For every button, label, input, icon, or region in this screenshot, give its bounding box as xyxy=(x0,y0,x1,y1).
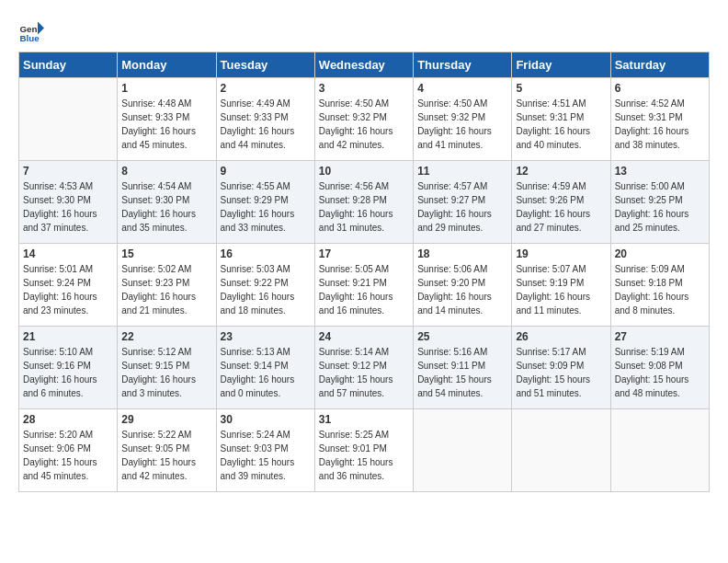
calendar-cell: 19Sunrise: 5:07 AMSunset: 9:19 PMDayligh… xyxy=(512,244,610,327)
week-row-3: 14Sunrise: 5:01 AMSunset: 9:24 PMDayligh… xyxy=(19,244,710,327)
day-info: Sunrise: 5:02 AMSunset: 9:23 PMDaylight:… xyxy=(121,262,211,317)
day-number: 3 xyxy=(319,82,409,95)
day-info: Sunrise: 5:12 AMSunset: 9:15 PMDaylight:… xyxy=(121,345,211,400)
calendar-cell: 29Sunrise: 5:22 AMSunset: 9:05 PMDayligh… xyxy=(118,409,216,492)
svg-marker-2 xyxy=(38,22,44,35)
day-info: Sunrise: 4:55 AMSunset: 9:29 PMDaylight:… xyxy=(221,179,311,235)
calendar-cell: 2Sunrise: 4:49 AMSunset: 9:33 PMDaylight… xyxy=(216,78,314,161)
day-header-wednesday: Wednesday xyxy=(314,52,413,78)
calendar-cell: 26Sunrise: 5:17 AMSunset: 9:09 PMDayligh… xyxy=(512,327,610,409)
calendar-cell: 21Sunrise: 5:10 AMSunset: 9:16 PMDayligh… xyxy=(19,327,118,409)
calendar-table: SundayMondayTuesdayWednesdayThursdayFrid… xyxy=(18,52,710,492)
week-row-2: 7Sunrise: 4:53 AMSunset: 9:30 PMDaylight… xyxy=(19,161,710,244)
calendar-cell: 1Sunrise: 4:48 AMSunset: 9:33 PMDaylight… xyxy=(118,78,216,161)
day-number: 8 xyxy=(121,165,211,178)
day-header-sunday: Sunday xyxy=(19,52,118,78)
calendar-cell: 24Sunrise: 5:14 AMSunset: 9:12 PMDayligh… xyxy=(314,327,413,409)
day-header-tuesday: Tuesday xyxy=(216,52,314,78)
day-info: Sunrise: 5:03 AMSunset: 9:22 PMDaylight:… xyxy=(221,262,311,317)
day-number: 28 xyxy=(23,413,113,426)
day-number: 22 xyxy=(121,330,211,343)
logo-icon: Gen Blue xyxy=(18,18,44,44)
day-number: 10 xyxy=(319,165,409,178)
day-number: 24 xyxy=(319,330,409,343)
calendar-cell: 17Sunrise: 5:05 AMSunset: 9:21 PMDayligh… xyxy=(314,244,413,327)
day-number: 6 xyxy=(615,82,705,95)
calendar-cell: 12Sunrise: 4:59 AMSunset: 9:26 PMDayligh… xyxy=(512,161,610,244)
day-info: Sunrise: 5:00 AMSunset: 9:25 PMDaylight:… xyxy=(615,179,705,235)
day-number: 23 xyxy=(221,330,311,343)
calendar-cell xyxy=(414,409,512,492)
day-info: Sunrise: 5:05 AMSunset: 9:21 PMDaylight:… xyxy=(319,262,409,317)
day-info: Sunrise: 4:51 AMSunset: 9:31 PMDaylight:… xyxy=(516,97,606,152)
calendar-cell xyxy=(512,409,610,492)
week-row-4: 21Sunrise: 5:10 AMSunset: 9:16 PMDayligh… xyxy=(19,327,710,409)
day-info: Sunrise: 4:48 AMSunset: 9:33 PMDaylight:… xyxy=(121,97,211,152)
day-info: Sunrise: 5:06 AMSunset: 9:20 PMDaylight:… xyxy=(417,262,507,317)
calendar-cell: 16Sunrise: 5:03 AMSunset: 9:22 PMDayligh… xyxy=(216,244,314,327)
calendar-cell: 10Sunrise: 4:56 AMSunset: 9:28 PMDayligh… xyxy=(314,161,413,244)
day-info: Sunrise: 4:54 AMSunset: 9:30 PMDaylight:… xyxy=(121,179,211,235)
calendar-cell xyxy=(610,409,709,492)
day-info: Sunrise: 5:24 AMSunset: 9:03 PMDaylight:… xyxy=(221,428,311,483)
day-header-monday: Monday xyxy=(118,52,216,78)
svg-text:Blue: Blue xyxy=(19,33,40,43)
day-number: 18 xyxy=(417,247,507,260)
day-number: 15 xyxy=(121,247,211,260)
calendar-cell: 15Sunrise: 5:02 AMSunset: 9:23 PMDayligh… xyxy=(118,244,216,327)
calendar-cell: 22Sunrise: 5:12 AMSunset: 9:15 PMDayligh… xyxy=(118,327,216,409)
calendar-cell: 5Sunrise: 4:51 AMSunset: 9:31 PMDaylight… xyxy=(512,78,610,161)
header-row: SundayMondayTuesdayWednesdayThursdayFrid… xyxy=(19,52,710,78)
day-info: Sunrise: 5:09 AMSunset: 9:18 PMDaylight:… xyxy=(615,262,705,317)
day-number: 2 xyxy=(221,82,311,95)
day-number: 7 xyxy=(23,165,113,178)
day-info: Sunrise: 4:53 AMSunset: 9:30 PMDaylight:… xyxy=(23,179,113,235)
calendar-cell: 28Sunrise: 5:20 AMSunset: 9:06 PMDayligh… xyxy=(19,409,118,492)
calendar-cell: 6Sunrise: 4:52 AMSunset: 9:31 PMDaylight… xyxy=(610,78,709,161)
day-number: 5 xyxy=(516,82,606,95)
day-number: 20 xyxy=(615,247,705,260)
day-info: Sunrise: 5:13 AMSunset: 9:14 PMDaylight:… xyxy=(221,345,311,400)
week-row-1: 1Sunrise: 4:48 AMSunset: 9:33 PMDaylight… xyxy=(19,78,710,161)
calendar-cell: 18Sunrise: 5:06 AMSunset: 9:20 PMDayligh… xyxy=(414,244,512,327)
day-info: Sunrise: 5:16 AMSunset: 9:11 PMDaylight:… xyxy=(417,345,507,400)
calendar-cell xyxy=(19,78,118,161)
day-info: Sunrise: 5:25 AMSunset: 9:01 PMDaylight:… xyxy=(319,428,409,483)
day-info: Sunrise: 5:19 AMSunset: 9:08 PMDaylight:… xyxy=(615,345,705,400)
calendar-cell: 13Sunrise: 5:00 AMSunset: 9:25 PMDayligh… xyxy=(610,161,709,244)
day-info: Sunrise: 5:20 AMSunset: 9:06 PMDaylight:… xyxy=(23,428,113,483)
calendar-cell: 14Sunrise: 5:01 AMSunset: 9:24 PMDayligh… xyxy=(19,244,118,327)
day-number: 21 xyxy=(23,330,113,343)
day-number: 4 xyxy=(417,82,507,95)
day-number: 11 xyxy=(417,165,507,178)
day-header-saturday: Saturday xyxy=(610,52,709,78)
calendar-cell: 8Sunrise: 4:54 AMSunset: 9:30 PMDaylight… xyxy=(118,161,216,244)
day-info: Sunrise: 5:07 AMSunset: 9:19 PMDaylight:… xyxy=(516,262,606,317)
day-number: 12 xyxy=(516,165,606,178)
logo: Gen Blue xyxy=(18,18,48,44)
day-info: Sunrise: 5:14 AMSunset: 9:12 PMDaylight:… xyxy=(319,345,409,400)
calendar-cell: 9Sunrise: 4:55 AMSunset: 9:29 PMDaylight… xyxy=(216,161,314,244)
week-row-5: 28Sunrise: 5:20 AMSunset: 9:06 PMDayligh… xyxy=(19,409,710,492)
calendar-cell: 30Sunrise: 5:24 AMSunset: 9:03 PMDayligh… xyxy=(216,409,314,492)
calendar-cell: 3Sunrise: 4:50 AMSunset: 9:32 PMDaylight… xyxy=(314,78,413,161)
day-number: 16 xyxy=(221,247,311,260)
day-number: 19 xyxy=(516,247,606,260)
day-info: Sunrise: 4:57 AMSunset: 9:27 PMDaylight:… xyxy=(417,179,507,235)
calendar-cell: 27Sunrise: 5:19 AMSunset: 9:08 PMDayligh… xyxy=(610,327,709,409)
day-info: Sunrise: 4:49 AMSunset: 9:33 PMDaylight:… xyxy=(221,97,311,152)
day-number: 17 xyxy=(319,247,409,260)
day-info: Sunrise: 4:52 AMSunset: 9:31 PMDaylight:… xyxy=(615,97,705,152)
calendar-cell: 4Sunrise: 4:50 AMSunset: 9:32 PMDaylight… xyxy=(414,78,512,161)
day-info: Sunrise: 4:50 AMSunset: 9:32 PMDaylight:… xyxy=(319,97,409,152)
calendar-cell: 11Sunrise: 4:57 AMSunset: 9:27 PMDayligh… xyxy=(414,161,512,244)
day-number: 26 xyxy=(516,330,606,343)
day-header-friday: Friday xyxy=(512,52,610,78)
day-info: Sunrise: 4:50 AMSunset: 9:32 PMDaylight:… xyxy=(417,97,507,152)
day-info: Sunrise: 5:22 AMSunset: 9:05 PMDaylight:… xyxy=(121,428,211,483)
calendar-cell: 25Sunrise: 5:16 AMSunset: 9:11 PMDayligh… xyxy=(414,327,512,409)
day-number: 25 xyxy=(417,330,507,343)
header: Gen Blue xyxy=(18,18,710,44)
day-info: Sunrise: 5:17 AMSunset: 9:09 PMDaylight:… xyxy=(516,345,606,400)
day-number: 27 xyxy=(615,330,705,343)
